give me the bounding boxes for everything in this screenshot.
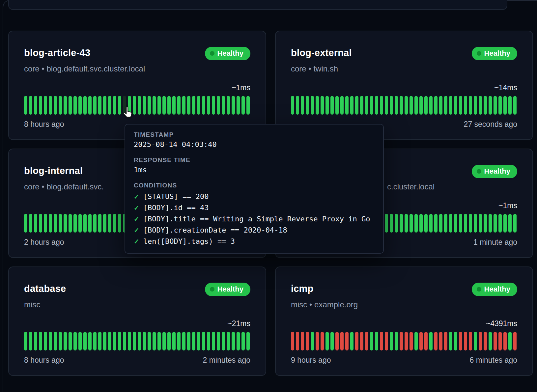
status-bar[interactable] xyxy=(449,214,452,233)
status-bar[interactable] xyxy=(133,332,136,350)
status-bar[interactable] xyxy=(246,332,250,350)
status-bar[interactable] xyxy=(296,96,299,115)
status-bar[interactable] xyxy=(29,332,32,350)
status-bar[interactable] xyxy=(162,96,166,115)
status-bar[interactable] xyxy=(419,214,423,233)
status-bar[interactable] xyxy=(345,332,349,350)
status-bar[interactable] xyxy=(325,332,329,350)
status-bar[interactable] xyxy=(340,96,344,115)
status-bar[interactable] xyxy=(192,332,195,350)
status-bar[interactable] xyxy=(59,332,62,350)
status-bar[interactable] xyxy=(59,96,62,115)
status-bar[interactable] xyxy=(459,214,462,233)
status-bar[interactable] xyxy=(182,332,185,350)
status-bar[interactable] xyxy=(444,214,447,233)
status-bar[interactable] xyxy=(83,96,87,115)
status-bar[interactable] xyxy=(73,332,77,350)
status-bar[interactable] xyxy=(454,214,457,233)
status-bar[interactable] xyxy=(464,214,467,233)
status-bar[interactable] xyxy=(207,332,210,350)
status-bar[interactable] xyxy=(98,96,101,115)
status-bar[interactable] xyxy=(385,214,388,233)
status-bar[interactable] xyxy=(69,214,72,233)
status-bar[interactable] xyxy=(113,214,116,233)
status-bar[interactable] xyxy=(306,332,309,350)
status-bar[interactable] xyxy=(454,332,457,350)
status-bar[interactable] xyxy=(227,96,230,115)
status-bar[interactable] xyxy=(365,96,368,115)
status-bar[interactable] xyxy=(187,96,190,115)
status-bar[interactable] xyxy=(469,96,472,115)
status-bar[interactable] xyxy=(103,214,106,233)
status-bar[interactable] xyxy=(237,332,240,350)
status-bar[interactable] xyxy=(316,96,319,115)
status-bar[interactable] xyxy=(410,96,413,115)
status-bar[interactable] xyxy=(29,214,32,233)
status-bar[interactable] xyxy=(143,332,146,350)
status-bar[interactable] xyxy=(449,332,452,350)
status-bar[interactable] xyxy=(301,96,304,115)
status-bar[interactable] xyxy=(498,96,502,115)
status-bar[interactable] xyxy=(167,332,171,350)
status-bar[interactable] xyxy=(375,332,378,350)
status-bar[interactable] xyxy=(88,96,92,115)
status-bar[interactable] xyxy=(513,214,517,233)
status-bar[interactable] xyxy=(212,96,215,115)
status-bar[interactable] xyxy=(153,332,156,350)
status-bar[interactable] xyxy=(400,332,403,350)
status-bar[interactable] xyxy=(103,96,106,115)
status-bar[interactable] xyxy=(192,96,195,115)
status-bar[interactable] xyxy=(39,96,42,115)
status-bar[interactable] xyxy=(34,214,37,233)
status-bar[interactable] xyxy=(390,332,393,350)
status-bar[interactable] xyxy=(73,214,77,233)
status-bar[interactable] xyxy=(227,332,230,350)
status-bar[interactable] xyxy=(44,332,47,350)
status-bar[interactable] xyxy=(103,332,106,350)
service-card-database[interactable]: database Healthy misc ~21ms 8 hours ago … xyxy=(8,266,266,376)
status-bar[interactable] xyxy=(237,96,240,115)
status-bar[interactable] xyxy=(395,214,398,233)
status-bar[interactable] xyxy=(380,332,383,350)
status-bar[interactable] xyxy=(118,96,121,115)
status-bar[interactable] xyxy=(207,96,210,115)
status-bar[interactable] xyxy=(306,96,309,115)
status-bar[interactable] xyxy=(365,332,368,350)
status-bar[interactable] xyxy=(360,96,363,115)
status-bar[interactable] xyxy=(325,96,329,115)
status-bar[interactable] xyxy=(34,96,37,115)
status-bar[interactable] xyxy=(64,214,67,233)
status-bar[interactable] xyxy=(513,96,517,115)
status-bar[interactable] xyxy=(222,332,225,350)
status-bar[interactable] xyxy=(390,214,393,233)
status-bar[interactable] xyxy=(54,96,57,115)
status-bar[interactable] xyxy=(143,96,146,115)
status-bar[interactable] xyxy=(24,96,27,115)
status-bar[interactable] xyxy=(167,96,171,115)
status-bar[interactable] xyxy=(301,332,304,350)
status-bar[interactable] xyxy=(64,332,67,350)
status-bar[interactable] xyxy=(123,332,126,350)
status-bar[interactable] xyxy=(414,96,418,115)
status-bar[interactable] xyxy=(197,96,200,115)
status-bar[interactable] xyxy=(474,96,477,115)
status-bar[interactable] xyxy=(44,96,47,115)
status-bar[interactable] xyxy=(187,332,190,350)
status-bar[interactable] xyxy=(311,96,314,115)
status-bar[interactable] xyxy=(78,332,82,350)
status-bar[interactable] xyxy=(503,96,507,115)
status-bar[interactable] xyxy=(59,214,62,233)
status-bar[interactable] xyxy=(479,332,482,350)
status-bar[interactable] xyxy=(414,332,418,350)
status-bar[interactable] xyxy=(202,96,205,115)
status-bar[interactable] xyxy=(508,96,512,115)
status-bar[interactable] xyxy=(241,332,245,350)
status-bar[interactable] xyxy=(29,96,32,115)
service-card-icmp[interactable]: icmp Healthy misc • example.org ~4391ms … xyxy=(275,266,533,376)
status-bar[interactable] xyxy=(93,214,97,233)
status-bar[interactable] xyxy=(222,96,225,115)
status-bar[interactable] xyxy=(350,96,353,115)
status-bar[interactable] xyxy=(444,332,447,350)
status-bar[interactable] xyxy=(93,96,97,115)
status-bar[interactable] xyxy=(335,96,339,115)
